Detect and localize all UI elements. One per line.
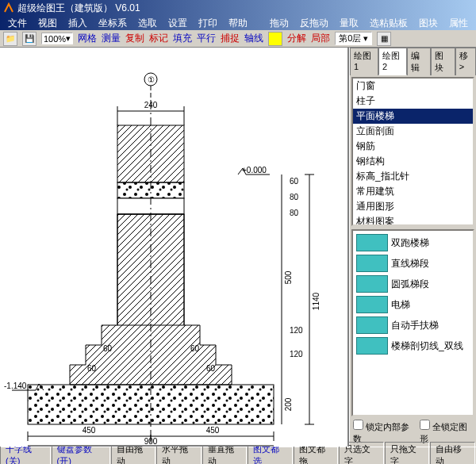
tb-axis[interactable]: 轴线 [244,32,263,45]
category-list[interactable]: 门窗 柱子 平面楼梯 立面剖面 钢筋 钢结构 标高_指北针 常用建筑 通用图形 … [351,77,474,226]
drawing-canvas[interactable]: ① 240 +0.000 [0,48,349,447]
layer-select[interactable]: 第0层 ▾ [335,32,372,45]
list-item[interactable]: 通用图形 [353,199,473,214]
menu-view[interactable]: 视图 [33,17,62,30]
tool-open-icon[interactable]: 📁 [3,32,17,46]
svg-text:-1.140: -1.140 [4,382,27,390]
svg-text:200: 200 [284,397,293,411]
list-item[interactable]: 钢结构 [353,154,473,169]
symbol-item[interactable]: 双跑楼梯 [355,232,471,253]
list-item[interactable]: 钢筋 [353,139,473,154]
stair-thumb-icon [356,337,388,355]
svg-text:60: 60 [206,364,216,373]
symbol-item[interactable]: 电梯 [355,294,471,315]
tab-edit[interactable]: 编辑 [407,48,431,75]
svg-text:900: 900 [144,437,158,446]
menu-print[interactable]: 打印 [194,17,222,30]
menu-bar: 文件 视图 插入 坐标系 选取 设置 打印 帮助 拖动 反拖动 量取 选粘贴板 … [0,16,476,30]
tb-grid[interactable]: 网格 [78,32,97,45]
menu-clipboard[interactable]: 选粘贴板 [365,17,413,30]
symbol-list[interactable]: 双跑楼梯 直线梯段 圆弧梯段 电梯 自动手扶梯 楼梯剖切线_双线 [351,229,474,416]
menu-select[interactable]: 选取 [133,17,162,30]
menu-revdrag[interactable]: 反拖动 [295,17,333,30]
svg-text:500: 500 [284,270,293,284]
svg-text:①: ① [148,75,155,84]
svg-text:80: 80 [290,209,299,217]
symbol-item[interactable]: 楼梯剖切线_双线 [355,336,471,356]
menu-props[interactable]: 属性 [444,17,473,30]
svg-text:60: 60 [290,177,299,186]
symbol-item[interactable]: 直线梯段 [355,253,471,274]
tb-explode[interactable]: 分解 [287,32,306,45]
tool-save-icon[interactable]: 💾 [22,32,36,46]
zoom-select[interactable]: 100% ▾ [41,33,73,44]
symbol-item[interactable]: 自动手扶梯 [355,315,471,336]
list-item[interactable]: 立面剖面 [353,124,473,139]
svg-text:120: 120 [290,326,303,335]
tb-extra-icon[interactable]: ▦ [377,32,391,46]
tb-snap[interactable]: 捕捉 [221,32,240,45]
status-freemove[interactable]: 自由移动 [430,442,475,465]
menu-file[interactable]: 文件 [3,17,32,30]
stair-thumb-icon [356,234,388,251]
toolbar: 📁 💾 100% ▾ 网格 测量 复制 标记 填充 平行 捕捉 轴线 分解 局部… [0,30,476,48]
tb-parallel[interactable]: 平行 [197,32,216,45]
menu-settings[interactable]: 设置 [163,17,192,30]
tb-color-icon[interactable] [268,32,282,46]
svg-text:80: 80 [290,193,299,201]
tab-block[interactable]: 图块 [431,48,455,75]
menu-insert[interactable]: 插入 [63,17,92,30]
stair-thumb-icon [356,275,388,293]
drawing-svg: ① 240 +0.000 [0,48,349,447]
list-item[interactable]: 标高_指北针 [353,169,473,184]
menu-coord[interactable]: 坐标系 [94,17,132,30]
menu-help[interactable]: 帮助 [224,17,252,30]
symbol-item[interactable]: 圆弧梯段 [355,274,471,294]
tb-copy[interactable]: 复制 [125,32,144,45]
svg-text:60: 60 [190,344,200,353]
stair-thumb-icon [356,316,388,334]
tb-mark[interactable]: 标记 [149,32,168,45]
tb-local[interactable]: 局部 [311,32,330,45]
app-icon [3,2,14,13]
svg-text:120: 120 [290,350,303,359]
status-dragtext[interactable]: 只拖文字 [385,442,430,465]
tab-draw1[interactable]: 绘图1 [350,48,378,75]
svg-text:450: 450 [83,426,96,435]
panel-tabs: 绘图1 绘图2 编辑 图块 移> [350,48,476,75]
list-item[interactable]: 平面楼梯 [353,109,473,124]
menu-block[interactable]: 图块 [414,17,443,30]
title-bar: 超级绘图王（建筑版） V6.01 [0,0,476,16]
svg-text:60: 60 [87,364,97,373]
svg-text:1140: 1140 [312,292,321,310]
menu-drag[interactable]: 拖动 [265,17,294,30]
status-bar: 十字线(关) 键盘参数(开) 自由拖动 水平拖动 垂直拖动 图文都选 图文都拖 … [0,447,476,462]
list-item[interactable]: 常用建筑 [353,184,473,199]
stair-thumb-icon [356,296,388,313]
tb-measure[interactable]: 测量 [102,32,121,45]
list-item[interactable]: 柱子 [353,94,473,109]
tab-draw2[interactable]: 绘图2 [378,48,407,75]
svg-text:450: 450 [206,426,220,435]
side-panel: 绘图1 绘图2 编辑 图块 移> 门窗 柱子 平面楼梯 立面剖面 钢筋 钢结构 … [349,48,476,447]
svg-text:60: 60 [103,344,113,353]
tab-more[interactable]: 移> [455,48,476,75]
menu-measure[interactable]: 量取 [335,17,363,30]
list-item[interactable]: 门窗 [353,79,473,94]
stair-thumb-icon [356,255,388,272]
tb-fill[interactable]: 填充 [173,32,192,45]
window-title: 超级绘图王（建筑版） V6.01 [17,0,140,16]
list-item[interactable]: 材料图案 [353,214,473,226]
